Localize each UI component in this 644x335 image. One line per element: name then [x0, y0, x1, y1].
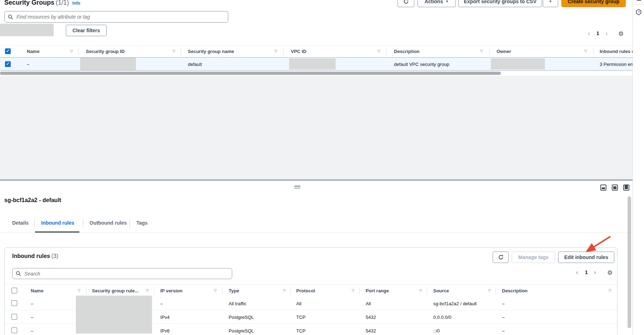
sort-icon[interactable]: [488, 288, 491, 292]
sort-icon[interactable]: [146, 288, 149, 292]
sort-icon[interactable]: [214, 288, 217, 292]
col-name[interactable]: Name: [27, 49, 39, 54]
cell-description: –: [502, 315, 504, 320]
prev-page-icon[interactable]: ‹: [576, 269, 578, 276]
page-number[interactable]: 1: [596, 30, 599, 36]
main-content: Security Groups (1/1) Info Actions Expor…: [0, 0, 633, 335]
cell-source: sg-bcf1a2a2 / default: [433, 301, 477, 306]
annotation-arrow: [585, 234, 615, 254]
select-all-checkbox[interactable]: [11, 288, 17, 293]
cell-port-range: 5432: [366, 328, 376, 334]
prev-page-icon[interactable]: ‹: [588, 30, 590, 37]
sort-icon[interactable]: [352, 288, 355, 292]
column-divider: [489, 48, 489, 55]
col-ip-version[interactable]: IP version: [160, 288, 182, 293]
horizontal-scrollbar[interactable]: [0, 72, 501, 75]
next-page-icon[interactable]: ›: [605, 30, 608, 37]
create-security-group-button[interactable]: Create security group: [561, 0, 626, 7]
tab-separator: [83, 219, 83, 227]
inbound-search-input[interactable]: [24, 271, 229, 277]
sort-icon[interactable]: [172, 49, 175, 53]
refresh-icon: [498, 254, 504, 260]
col-protocol[interactable]: Protocol: [296, 288, 315, 293]
tab-tags[interactable]: Tags: [136, 220, 148, 226]
cell-type: PostgreSQL: [229, 328, 254, 334]
row-checkbox[interactable]: [5, 61, 11, 67]
tab-outbound-rules[interactable]: Outbound rules: [89, 220, 127, 226]
resource-search[interactable]: [4, 11, 228, 23]
security-group-rule-id-redacted: [76, 296, 152, 334]
export-csv-button[interactable]: Export security groups to CSV: [458, 0, 542, 7]
inbound-rules-heading-row: Inbound rules (3): [12, 253, 58, 259]
col-security-group-rule-id[interactable]: Security group rule...: [92, 288, 138, 293]
sort-icon[interactable]: [480, 49, 483, 53]
split-panel-divider[interactable]: [0, 179, 633, 181]
sort-icon[interactable]: [609, 288, 611, 292]
panel-full-icon[interactable]: [623, 185, 629, 191]
col-name[interactable]: Name: [31, 288, 43, 293]
row-checkbox[interactable]: [11, 300, 17, 306]
col-security-group-id[interactable]: Security group ID: [86, 49, 125, 54]
sort-icon[interactable]: [283, 288, 286, 292]
row-checkbox[interactable]: [11, 327, 17, 333]
panel-bottom-small-icon[interactable]: [600, 185, 606, 191]
sort-icon[interactable]: [274, 49, 277, 53]
sort-icon[interactable]: [70, 49, 73, 53]
manage-tags-label: Manage tags: [518, 254, 549, 260]
col-description[interactable]: Description: [502, 288, 528, 293]
manage-tags-button[interactable]: Manage tags: [512, 252, 555, 263]
col-source[interactable]: Source: [433, 288, 449, 293]
vertical-scrollbar[interactable]: [628, 196, 631, 328]
groups-table-header: Name Security group ID Security group na…: [0, 45, 633, 58]
next-page-icon[interactable]: ›: [594, 269, 596, 276]
cell-description: default VPC security group: [394, 62, 449, 67]
tab-separator: [130, 219, 130, 227]
tab-inbound-rules[interactable]: Inbound rules: [41, 220, 74, 226]
cell-protocol: TCP: [296, 315, 306, 320]
inbound-search[interactable]: [12, 268, 232, 279]
col-type[interactable]: Type: [229, 288, 239, 293]
refresh-icon: [403, 0, 409, 4]
row-checkbox[interactable]: [11, 314, 17, 320]
col-vpc-id[interactable]: VPC ID: [291, 49, 306, 54]
table-settings-icon[interactable]: [618, 30, 624, 38]
inbound-refresh-button[interactable]: [493, 252, 509, 263]
sort-icon[interactable]: [419, 288, 422, 292]
table-settings-icon[interactable]: [607, 269, 613, 277]
owner-redacted: [491, 58, 545, 70]
info-link[interactable]: Info: [72, 1, 80, 6]
tab-details[interactable]: Details: [12, 220, 29, 226]
cell-name: –: [31, 315, 33, 320]
column-divider: [359, 287, 360, 295]
search-icon: [8, 14, 13, 20]
col-owner[interactable]: Owner: [497, 49, 511, 54]
pending-clock-icon[interactable]: [635, 9, 642, 16]
col-inbound-rules-count[interactable]: Inbound rules c: [600, 49, 633, 54]
col-port-range[interactable]: Port range: [366, 288, 389, 293]
export-csv-dropdown-button[interactable]: [543, 0, 558, 7]
column-divider: [593, 48, 594, 55]
cell-name: –: [31, 328, 33, 334]
sort-icon[interactable]: [78, 288, 80, 292]
active-tab-underline: [35, 231, 79, 233]
column-divider: [78, 48, 78, 55]
column-divider: [181, 48, 181, 55]
actions-button[interactable]: Actions: [418, 0, 456, 7]
rail-divider: [633, 4, 644, 5]
col-description[interactable]: Description: [394, 49, 420, 54]
sort-icon[interactable]: [377, 49, 380, 53]
select-all-checkbox[interactable]: [5, 48, 11, 54]
col-security-group-name[interactable]: Security group name: [188, 49, 234, 54]
sort-icon[interactable]: [584, 49, 587, 53]
page-title: Security Groups: [4, 0, 54, 6]
clear-filters-button[interactable]: Clear filters: [66, 25, 107, 36]
resource-search-input[interactable]: [16, 14, 225, 20]
refresh-button[interactable]: [397, 0, 414, 7]
cell-port-range: 5432: [366, 315, 376, 320]
security-group-id-redacted: [80, 58, 136, 70]
split-panel-drag-handle[interactable]: [294, 186, 301, 188]
cell-ip-version: IPv6: [160, 328, 170, 334]
page-number[interactable]: 1: [585, 269, 588, 275]
panel-bottom-half-icon[interactable]: [612, 185, 618, 191]
export-csv-label: Export security groups to CSV: [464, 0, 536, 4]
